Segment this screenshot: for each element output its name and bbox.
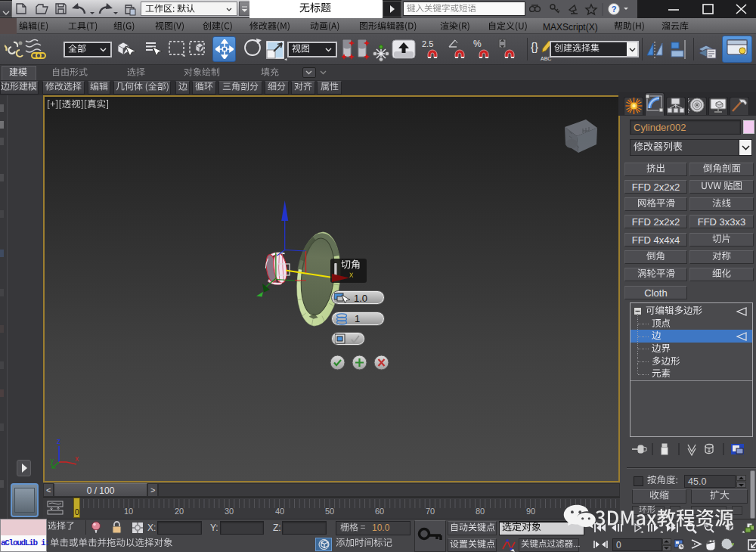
- svg-text:x: x: [75, 454, 79, 463]
- svg-text:2.5: 2.5: [422, 39, 433, 48]
- svg-text:?: ?: [612, 5, 617, 14]
- svg-text:y: y: [50, 457, 54, 465]
- svg-text:%: %: [473, 39, 482, 49]
- svg-text:{}: {}: [531, 40, 538, 53]
- svg-text:z: z: [57, 437, 60, 445]
